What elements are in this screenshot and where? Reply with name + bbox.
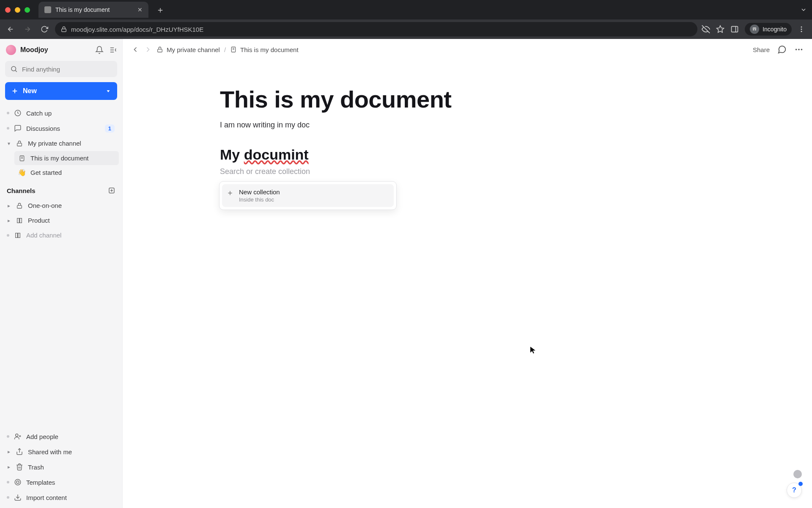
sidebar-item-import[interactable]: Import content [3, 490, 119, 505]
sidebar-item-get-started[interactable]: 👋 Get started [14, 165, 119, 180]
templates-icon [14, 478, 22, 486]
search-icon [10, 65, 18, 73]
sidebar-item-trash[interactable]: ▸ Trash [3, 460, 119, 474]
sidebar: Moodjoy New [0, 39, 123, 508]
sidebar-item-private-channel[interactable]: ▾ My private channel [3, 136, 119, 150]
sidebar-item-catch-up[interactable]: Catch up [3, 106, 119, 120]
share-icon [15, 448, 24, 456]
breadcrumb-doc[interactable]: This is my document [230, 46, 299, 53]
document-icon [230, 46, 237, 53]
address-bar[interactable]: moodjoy.slite.com/app/docs/r_DHzUYfHSK10… [55, 22, 697, 36]
svg-point-34 [16, 481, 19, 483]
incognito-label: Incognito [763, 26, 787, 33]
new-collection-option[interactable]: New collection Inside this doc [222, 184, 394, 207]
url-text: moodjoy.slite.com/app/docs/r_DHzUYfHSK10… [71, 26, 203, 33]
dot-icon [7, 435, 9, 438]
sidebar-item-doc[interactable]: This is my document [14, 151, 119, 165]
svg-point-11 [801, 31, 802, 32]
new-button[interactable]: New [5, 82, 117, 100]
svg-point-7 [753, 29, 754, 30]
sidebar-item-label: My private channel [28, 140, 81, 147]
help-label: ? [792, 486, 796, 494]
window-controls[interactable] [5, 7, 30, 13]
sidebar-item-discussions[interactable]: Discussions 1 [3, 121, 119, 135]
sidebar-item-templates[interactable]: Templates [3, 475, 119, 489]
browser-tab[interactable]: This is my document ✕ [38, 2, 148, 18]
svg-point-40 [796, 49, 797, 50]
lock-icon [156, 46, 163, 53]
document-heading[interactable]: My documint [220, 146, 452, 163]
help-button[interactable]: ? [787, 483, 802, 498]
chevron-down-icon[interactable]: ▾ [7, 141, 11, 146]
wave-emoji-icon: 👋 [18, 168, 26, 177]
dot-icon [7, 234, 9, 237]
kebab-menu-icon[interactable] [798, 25, 805, 33]
svg-rect-2 [62, 29, 66, 31]
add-channel-icon[interactable] [108, 187, 115, 194]
sidebar-item-product[interactable]: ▸ Product [3, 213, 119, 227]
document-icon [18, 155, 26, 162]
maximize-window-icon[interactable] [25, 7, 30, 13]
star-icon[interactable] [716, 25, 724, 33]
chat-icon [14, 124, 22, 132]
plus-icon [11, 87, 19, 95]
chevron-right-icon[interactable]: ▸ [7, 218, 11, 224]
sidebar-item-label: Catch up [26, 110, 52, 117]
sidebar-item-one-on-one[interactable]: ▸ One-on-one [3, 199, 119, 213]
svg-point-42 [801, 49, 803, 50]
svg-line-16 [15, 70, 16, 72]
search-bar[interactable] [5, 61, 117, 77]
chevron-right-icon[interactable]: ▸ [7, 203, 11, 209]
dot-icon [7, 481, 9, 483]
browser-reload-button[interactable] [38, 23, 51, 36]
panel-icon[interactable] [730, 25, 739, 33]
browser-back-button[interactable] [4, 23, 17, 36]
svg-point-33 [15, 479, 21, 485]
sidebar-item-add-people[interactable]: Add people [3, 429, 119, 444]
sidebar-item-add-channel[interactable]: Add channel [3, 228, 119, 242]
chevron-down-icon[interactable] [800, 6, 807, 13]
document-title[interactable]: This is my document [220, 86, 452, 113]
sidebar-item-shared[interactable]: ▸ Shared with me [3, 444, 119, 459]
main-area: My private channel / This is my document… [123, 39, 812, 508]
dot-icon [7, 127, 9, 130]
collection-popover: New collection Inside this doc [219, 181, 397, 210]
chevron-right-icon[interactable]: ▸ [7, 464, 11, 470]
sidebar-item-label: One-on-one [28, 202, 62, 209]
sidebar-item-label: This is my document [30, 155, 89, 162]
sidebar-item-label: Import content [26, 494, 67, 501]
more-menu-icon[interactable] [794, 45, 804, 54]
history-forward-button[interactable] [144, 45, 152, 54]
bell-icon[interactable] [95, 46, 104, 54]
workspace-switcher[interactable]: Moodjoy [6, 45, 48, 55]
breadcrumb-label: My private channel [167, 46, 220, 53]
user-plus-icon [14, 433, 22, 440]
collapse-sidebar-icon[interactable] [108, 46, 116, 54]
comment-icon[interactable] [777, 45, 787, 54]
new-tab-button[interactable]: ＋ [153, 3, 168, 17]
svg-rect-28 [17, 205, 22, 208]
svg-point-15 [11, 66, 16, 71]
search-input[interactable] [22, 66, 112, 73]
incognito-icon [750, 25, 759, 34]
close-tab-icon[interactable]: ✕ [137, 6, 143, 13]
caret-down-icon[interactable] [105, 88, 111, 94]
breadcrumb-channel[interactable]: My private channel [156, 46, 220, 53]
document-body-line[interactable]: I am now writing in my doc [220, 121, 452, 130]
browser-forward-button[interactable] [21, 23, 34, 36]
chevron-right-icon[interactable]: ▸ [7, 449, 11, 455]
share-button[interactable]: Share [753, 46, 770, 53]
discussions-badge: 1 [105, 124, 115, 133]
close-window-icon[interactable] [5, 7, 11, 13]
tab-title: This is my document [55, 6, 110, 13]
heading-misspelled-word: documint [244, 146, 309, 163]
incognito-badge[interactable]: Incognito [745, 23, 792, 36]
history-back-button[interactable] [131, 45, 140, 54]
eye-off-icon[interactable] [702, 25, 710, 33]
new-button-label: New [23, 87, 37, 95]
minimize-window-icon[interactable] [15, 7, 20, 13]
dot-icon [7, 496, 9, 499]
lock-icon [15, 140, 24, 147]
sidebar-item-label: Templates [26, 479, 55, 486]
collection-search-placeholder[interactable]: Search or create collection [220, 167, 452, 176]
